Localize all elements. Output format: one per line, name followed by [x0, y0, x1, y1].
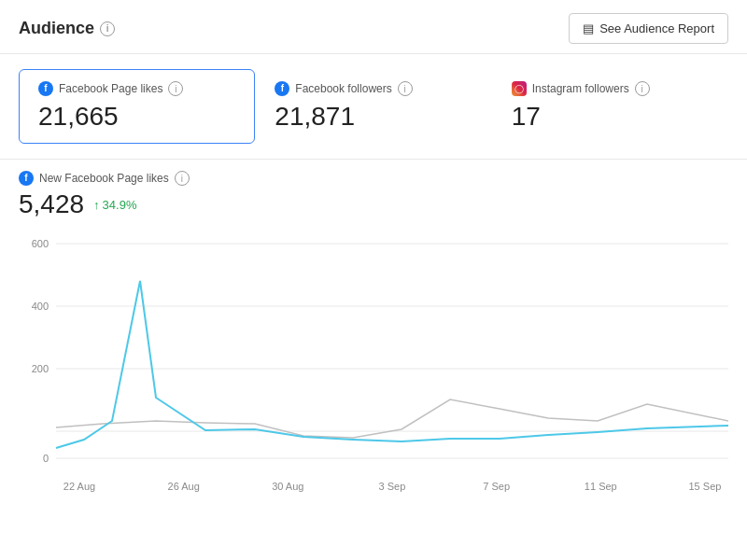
title-info-icon[interactable]: i [100, 21, 115, 36]
x-label-3sep: 3 Sep [369, 481, 416, 492]
audience-report-button[interactable]: ▤ See Audience Report [569, 13, 728, 44]
new-likes-number: 5,428 [19, 189, 84, 219]
chart-svg: 600 400 200 0 [19, 234, 728, 477]
x-axis-labels: 22 Aug 26 Aug 30 Aug 3 Sep 7 Sep 11 Sep … [19, 477, 728, 492]
instagram-icon: ◯ [512, 81, 527, 96]
x-label-26aug: 26 Aug [161, 481, 207, 492]
trend-indicator: ↑ 34.9% [93, 198, 136, 212]
chart-area: 600 400 200 0 [19, 234, 728, 477]
x-label-15sep: 15 Sep [682, 481, 728, 492]
new-likes-info-icon[interactable]: i [175, 171, 190, 186]
new-likes-label: f New Facebook Page likes i [19, 171, 728, 186]
facebook-icon: f [38, 81, 53, 96]
new-likes-value-row: 5,428 ↑ 34.9% [19, 189, 728, 219]
fb-page-likes-info-icon[interactable]: i [168, 81, 183, 96]
new-likes-section: f New Facebook Page likes i 5,428 ↑ 34.9… [0, 160, 747, 225]
ig-followers-value: 17 [512, 102, 709, 132]
fb-page-likes-value: 21,665 [38, 102, 235, 132]
metric-label-fb-page-likes: f Facebook Page likes i [38, 81, 235, 96]
fb-followers-value: 21,871 [275, 102, 472, 132]
title-text: Audience [19, 19, 94, 38]
new-likes-label-text: New Facebook Page likes [39, 172, 169, 185]
x-label-7sep: 7 Sep [473, 481, 520, 492]
secondary-line [56, 399, 728, 438]
page-header: Audience i ▤ See Audience Report [0, 0, 747, 54]
metric-card-ig-followers[interactable]: ◯ Instagram followers i 17 [492, 69, 728, 144]
metrics-row: f Facebook Page likes i 21,665 f Faceboo… [0, 54, 747, 160]
new-likes-fb-icon: f [19, 171, 34, 186]
x-label-30aug: 30 Aug [264, 481, 311, 492]
ig-followers-label: Instagram followers [532, 82, 629, 95]
fb-followers-label: Facebook followers [295, 82, 391, 95]
ig-followers-info-icon[interactable]: i [635, 81, 650, 96]
x-label-22aug: 22 Aug [56, 481, 103, 492]
metric-label-fb-followers: f Facebook followers i [275, 81, 472, 96]
metric-label-ig-followers: ◯ Instagram followers i [512, 81, 709, 96]
fb-followers-info-icon[interactable]: i [398, 81, 413, 96]
svg-text:400: 400 [32, 301, 49, 312]
audience-report-label: See Audience Report [599, 21, 714, 35]
svg-text:600: 600 [32, 238, 49, 249]
fb-page-likes-label: Facebook Page likes [59, 82, 162, 95]
svg-text:200: 200 [32, 363, 49, 374]
trend-arrow-icon: ↑ [93, 198, 100, 212]
metric-card-fb-page-likes[interactable]: f Facebook Page likes i 21,665 [19, 69, 255, 144]
svg-text:0: 0 [43, 453, 49, 464]
trend-value: 34.9% [103, 198, 137, 212]
facebook-icon-2: f [275, 81, 289, 96]
page-title: Audience i [19, 19, 115, 38]
x-label-11sep: 11 Sep [577, 481, 624, 492]
report-icon: ▤ [583, 21, 594, 35]
chart-container: 600 400 200 0 22 Aug 26 Aug 30 Aug 3 Sep… [0, 225, 747, 505]
metric-card-fb-followers[interactable]: f Facebook followers i 21,871 [255, 69, 491, 144]
